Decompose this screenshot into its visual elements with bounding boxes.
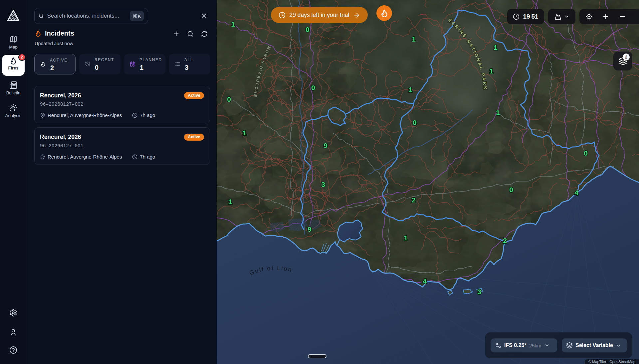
svg-text:2: 2 [412,196,416,204]
svg-text:3: 3 [321,181,325,188]
svg-text:0: 0 [306,26,310,33]
svg-text:9: 9 [323,142,327,149]
svg-text:1: 1 [496,109,500,116]
svg-text:0: 0 [413,119,417,126]
svg-text:0: 0 [584,149,588,157]
svg-text:0: 0 [227,95,231,103]
svg-text:3: 3 [477,288,481,296]
svg-text:1: 1 [489,67,493,75]
svg-text:1: 1 [228,198,232,205]
svg-text:1: 1 [242,129,246,137]
svg-text:4: 4 [574,189,578,196]
svg-text:1: 1 [494,44,498,51]
svg-text:1: 1 [408,86,412,93]
svg-text:0: 0 [509,186,513,193]
svg-text:4: 4 [423,277,427,285]
svg-text:1: 1 [412,35,416,43]
svg-text:1: 1 [231,20,235,28]
svg-text:2: 2 [503,237,507,244]
svg-text:1: 1 [404,234,408,242]
svg-text:9: 9 [308,225,312,233]
svg-text:0: 0 [311,84,315,91]
